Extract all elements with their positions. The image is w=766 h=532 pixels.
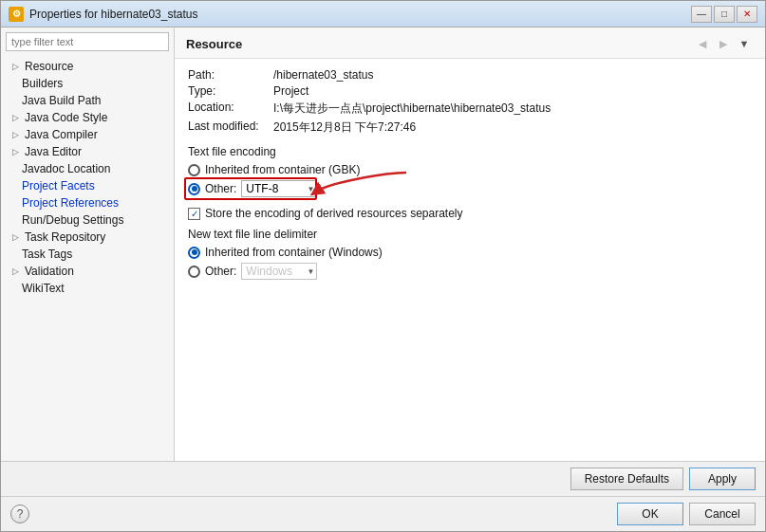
- expand-arrow-validation: ▷: [12, 266, 22, 276]
- ok-cancel-buttons: OK Cancel: [617, 503, 756, 525]
- store-encoding-row: ✓ Store the encoding of derived resource…: [188, 207, 752, 220]
- expand-arrow-task-repo: ▷: [12, 232, 22, 242]
- help-button[interactable]: ?: [10, 504, 29, 523]
- inherited-encoding-radio[interactable]: [188, 164, 200, 176]
- sidebar-item-java-editor[interactable]: ▷ Java Editor: [1, 143, 174, 160]
- nav-buttons: ◀ ▶ ▼: [693, 35, 754, 52]
- buttons-row2: ? OK Cancel: [1, 497, 765, 531]
- sidebar-item-javadoc[interactable]: Javadoc Location: [1, 160, 174, 177]
- type-label: Type:: [188, 84, 273, 98]
- restore-defaults-button[interactable]: Restore Defaults: [570, 468, 683, 490]
- sidebar-item-java-compiler[interactable]: ▷ Java Compiler: [1, 126, 174, 143]
- sidebar-item-task-repository[interactable]: ▷ Task Repository: [1, 229, 174, 246]
- content-area: ▷ Resource Builders Java Build Path ▷ Ja…: [1, 28, 765, 461]
- back-button[interactable]: ◀: [693, 35, 712, 52]
- sidebar-item-builders[interactable]: Builders: [1, 75, 174, 92]
- location-value: I:\每天进步一点点\project\hibernate\hibernate03…: [273, 101, 551, 117]
- lastmod-label: Last modified:: [188, 119, 273, 133]
- sidebar-item-project-facets[interactable]: Project Facets: [1, 177, 174, 194]
- sidebar-item-java-code-style[interactable]: ▷ Java Code Style: [1, 109, 174, 126]
- sidebar-item-wikitext[interactable]: WikiText: [1, 280, 174, 297]
- delimiter-select[interactable]: Windows Unix Mac: [241, 263, 317, 280]
- minimize-button[interactable]: —: [691, 6, 712, 23]
- expand-arrow-code-style: ▷: [12, 113, 22, 122]
- sidebar-item-resource[interactable]: ▷ Resource: [1, 58, 174, 75]
- other-delimiter-radio[interactable]: [188, 266, 200, 278]
- title-bar-controls: — □ ✕: [691, 6, 757, 23]
- nav-dropdown-button[interactable]: ▼: [735, 35, 754, 52]
- delimiter-select-wrapper: Windows Unix Mac: [241, 263, 317, 280]
- lastmod-row: Last modified: 2015年12月8日 下午7:27:46: [188, 119, 752, 136]
- inherited-encoding-row: Inherited from container (GBK): [188, 163, 752, 176]
- ok-button[interactable]: OK: [617, 503, 683, 525]
- sidebar-item-project-references[interactable]: Project References: [1, 194, 174, 211]
- expand-arrow-editor: ▷: [12, 147, 22, 156]
- bottom-area: Restore Defaults Apply ? OK Cancel: [1, 461, 765, 531]
- path-label: Path:: [188, 68, 273, 82]
- sidebar-item-java-build-path[interactable]: Java Build Path: [1, 92, 174, 109]
- location-label: Location:: [188, 101, 273, 114]
- right-content: Path: /hibernate03_status Type: Project …: [175, 59, 765, 461]
- sidebar-item-task-tags[interactable]: Task Tags: [1, 246, 174, 263]
- apply-button[interactable]: Apply: [689, 468, 756, 490]
- expand-arrow-compiler: ▷: [12, 130, 22, 139]
- other-encoding-container: Other: UTF-8 GBK ISO-8859-1 US-ASCII UTF…: [188, 180, 317, 197]
- path-row: Path: /hibernate03_status: [188, 68, 752, 82]
- maximize-button[interactable]: □: [714, 6, 735, 23]
- expand-arrow: ▷: [12, 62, 22, 71]
- title-bar: ⚙ Properties for hibernate03_status — □ …: [1, 1, 765, 28]
- close-button[interactable]: ✕: [737, 6, 757, 23]
- right-header: Resource ◀ ▶ ▼: [175, 28, 765, 59]
- tree-area: ▷ Resource Builders Java Build Path ▷ Ja…: [1, 56, 174, 461]
- other-delimiter-row: Other: Windows Unix Mac: [188, 263, 752, 280]
- inherited-delimiter-row: Inherited from container (Windows): [188, 246, 752, 259]
- path-value: /hibernate03_status: [273, 68, 373, 82]
- forward-button[interactable]: ▶: [714, 35, 733, 52]
- other-encoding-row: Other: UTF-8 GBK ISO-8859-1 US-ASCII UTF…: [188, 180, 317, 197]
- type-row: Type: Project: [188, 84, 752, 98]
- line-delimiter-title: New text file line delimiter: [188, 228, 752, 241]
- other-encoding-label: Other:: [205, 182, 236, 195]
- cancel-button[interactable]: Cancel: [689, 503, 756, 525]
- lastmod-value: 2015年12月8日 下午7:27:46: [273, 119, 416, 136]
- window-icon: ⚙: [9, 7, 24, 22]
- inherited-delimiter-radio[interactable]: [188, 247, 200, 259]
- properties-dialog: ⚙ Properties for hibernate03_status — □ …: [0, 0, 766, 532]
- encoding-select[interactable]: UTF-8 GBK ISO-8859-1 US-ASCII UTF-16: [241, 180, 317, 197]
- right-panel: Resource ◀ ▶ ▼ Path: /hibernate03_status…: [175, 28, 765, 461]
- inherited-delimiter-label: Inherited from container (Windows): [205, 246, 383, 259]
- type-value: Project: [273, 84, 308, 98]
- panel-title: Resource: [186, 37, 242, 51]
- encoding-select-wrapper: UTF-8 GBK ISO-8859-1 US-ASCII UTF-16: [241, 180, 317, 197]
- filter-input[interactable]: [6, 32, 169, 51]
- store-encoding-label: Store the encoding of derived resources …: [205, 207, 463, 220]
- other-encoding-radio[interactable]: [188, 183, 200, 195]
- sidebar-item-run-debug[interactable]: Run/Debug Settings: [1, 211, 174, 229]
- left-panel: ▷ Resource Builders Java Build Path ▷ Ja…: [1, 28, 175, 461]
- buttons-row1: Restore Defaults Apply: [1, 462, 765, 497]
- inherited-encoding-label: Inherited from container (GBK): [205, 163, 360, 176]
- location-row: Location: I:\每天进步一点点\project\hibernate\h…: [188, 101, 752, 117]
- sidebar-item-validation[interactable]: ▷ Validation: [1, 263, 174, 280]
- store-encoding-checkbox[interactable]: ✓: [188, 208, 200, 220]
- text-encoding-title: Text file encoding: [188, 145, 752, 158]
- window-title: Properties for hibernate03_status: [29, 8, 691, 21]
- other-delimiter-label: Other:: [205, 265, 236, 278]
